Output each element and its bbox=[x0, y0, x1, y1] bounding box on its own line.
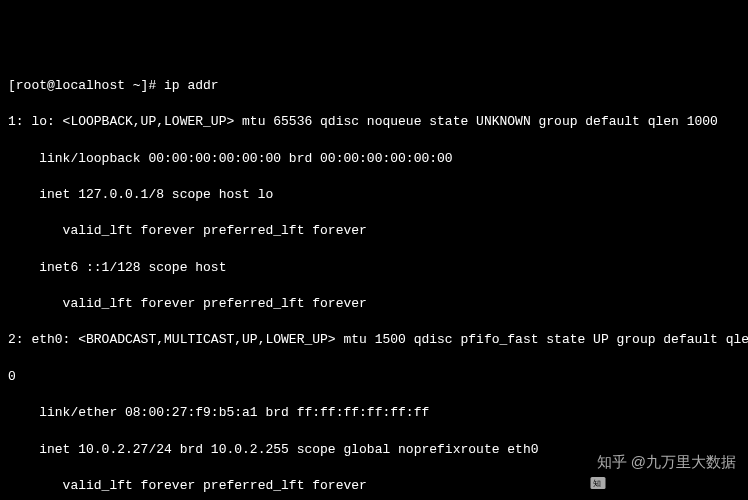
ip-lo-valid: valid_lft forever preferred_lft forever bbox=[8, 222, 740, 240]
ip-eth0-valid: valid_lft forever preferred_lft forever bbox=[8, 477, 740, 495]
ip-lo-header: 1: lo: <LOOPBACK,UP,LOWER_UP> mtu 65536 … bbox=[8, 113, 740, 131]
ip-lo-valid6: valid_lft forever preferred_lft forever bbox=[8, 295, 740, 313]
ip-lo-link: link/loopback 00:00:00:00:00:00 brd 00:0… bbox=[8, 150, 740, 168]
ip-lo-inet6: inet6 ::1/128 scope host bbox=[8, 259, 740, 277]
ip-eth0-link: link/ether 08:00:27:f9:b5:a1 brd ff:ff:f… bbox=[8, 404, 740, 422]
cmd-ip-addr: [root@localhost ~]# ip addr bbox=[8, 77, 740, 95]
ip-lo-inet: inet 127.0.0.1/8 scope host lo bbox=[8, 186, 740, 204]
ip-eth0-inet: inet 10.0.2.27/24 brd 10.0.2.255 scope g… bbox=[8, 441, 740, 459]
ip-eth0-header-wrap: 0 bbox=[8, 368, 740, 386]
ip-eth0-header: 2: eth0: <BROADCAST,MULTICAST,UP,LOWER_U… bbox=[8, 331, 740, 349]
